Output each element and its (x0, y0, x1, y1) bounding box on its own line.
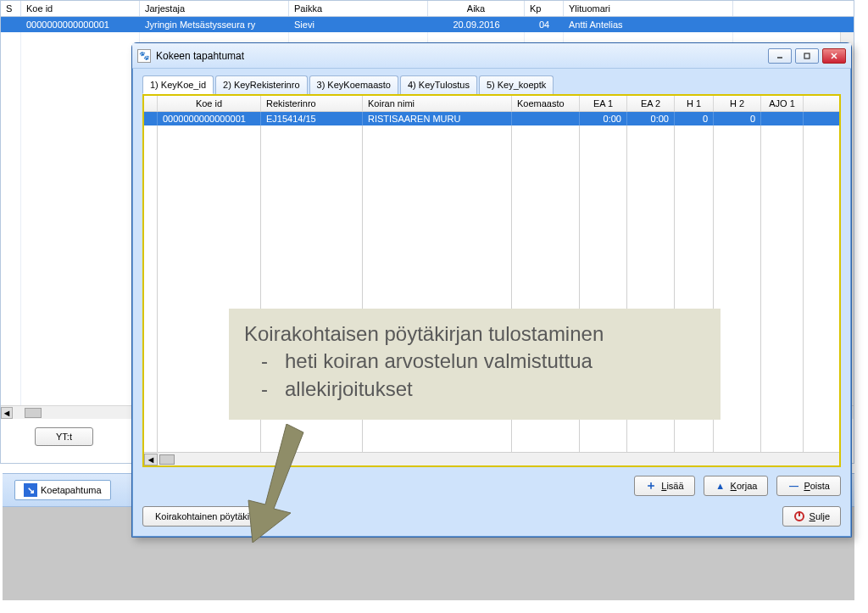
cell-jarjestaja: Jyringin Metsästysseura ry (140, 17, 289, 32)
gcol-rekisterinro[interactable]: Rekisterinro (261, 96, 363, 111)
tab-key-koeptk[interactable]: 5) Key_koeptk (479, 75, 554, 94)
bg-grid-row[interactable]: 0000000000000001 Jyringin Metsästysseura… (1, 17, 854, 32)
titlebar[interactable]: 🐾 Kokeen tapahtumat (132, 43, 851, 69)
sulje-label: Sulje (810, 511, 830, 521)
taskbar-item[interactable]: ↘ Koetapahtuma (14, 480, 111, 500)
maximize-button[interactable] (795, 48, 819, 64)
gcol-h1[interactable]: H 1 (675, 96, 714, 111)
gcell-koe-id: 0000000000000001 (158, 112, 261, 125)
taskbar-label: Koetapahtuma (41, 485, 102, 495)
sulje-button[interactable]: Sulje (782, 506, 841, 527)
scroll-thumb[interactable] (159, 454, 175, 465)
scroll-left-icon[interactable]: ◄ (144, 454, 158, 465)
gcell-h1: 0 (675, 112, 714, 125)
grid-selector-col[interactable] (144, 96, 158, 111)
gcell-rekisterinro: EJ15414/15 (261, 112, 363, 125)
poista-label: Poista (804, 481, 830, 491)
svg-marker-6 (248, 424, 303, 543)
cell-ylituomari: Antti Antelias (564, 17, 733, 32)
cell-aika: 20.09.2016 (428, 17, 525, 32)
gcell-koemaasto (512, 112, 580, 125)
tab-keykoemaasto[interactable]: 3) KeyKoemaasto (309, 75, 398, 94)
yt-button[interactable]: YT:t (35, 427, 93, 446)
poista-button[interactable]: — Poista (776, 476, 841, 496)
gcol-ajo1[interactable]: AJO 1 (761, 96, 804, 111)
gcol-koemaasto[interactable]: Koemaasto (512, 96, 580, 111)
tab-keyrekisterinro[interactable]: 2) KeyRekisterinro (215, 75, 307, 94)
cell-paikka: Sievi (289, 17, 428, 32)
tab-keykoe-id[interactable]: 1) KeyKoe_id (142, 75, 214, 94)
annotation-bullet-1: - heti koiran arvostelun valmistuttua (261, 348, 705, 375)
col-s[interactable]: S (1, 1, 21, 16)
annotation-arrow-icon (236, 424, 320, 543)
col-paikka[interactable]: Paikka (289, 1, 428, 16)
power-icon (793, 510, 805, 522)
col-jarjestaja[interactable]: Jarjestaja (140, 1, 289, 16)
gcell-ea1: 0:00 (580, 112, 627, 125)
col-aika[interactable]: Aika (428, 1, 525, 16)
gcol-h2[interactable]: H 2 (714, 96, 761, 111)
cell-koe-id: 0000000000000001 (21, 17, 140, 32)
app-icon: 🐾 (137, 49, 151, 63)
plus-icon: ＋ (645, 480, 657, 492)
tab-bar: 1) KeyKoe_id 2) KeyRekisterinro 3) KeyKo… (142, 75, 841, 94)
bg-grid-header: S Koe id Jarjestaja Paikka Aika Kp Ylitu… (1, 1, 854, 17)
grid-data-row[interactable]: 0000000000000001 EJ15414/15 RISTISAAREN … (144, 112, 839, 125)
tab-keytulostus[interactable]: 4) KeyTulostus (400, 75, 477, 94)
scroll-left-arrow-icon[interactable]: ◄ (1, 407, 13, 419)
svg-rect-1 (804, 53, 810, 59)
minimize-button[interactable] (768, 48, 792, 64)
annotation-box: Koirakohtaisen pöytäkirjan tulostaminen … (229, 309, 721, 420)
gcell-h2: 0 (714, 112, 761, 125)
korjaa-button[interactable]: ▲ Korjaa (704, 476, 769, 496)
close-button[interactable] (822, 48, 846, 64)
minus-icon: — (787, 480, 799, 492)
scroll-thumb[interactable] (25, 408, 42, 418)
col-koe-id[interactable]: Koe id (21, 1, 140, 16)
grid-header: Koe id Rekisterinro Koiran nimi Koemaast… (144, 96, 839, 112)
korjaa-label: Korjaa (731, 481, 758, 491)
col-kp[interactable]: Kp (525, 1, 564, 16)
gcol-koe-id[interactable]: Koe id (158, 96, 261, 111)
annotation-bullet-2: - allekirjoitukset (261, 376, 705, 403)
gcol-koiran-nimi[interactable]: Koiran nimi (363, 96, 512, 111)
annotation-title: Koirakohtaisen pöytäkirjan tulostaminen (244, 320, 705, 348)
gcol-ea2[interactable]: EA 2 (627, 96, 675, 111)
gcol-ea1[interactable]: EA 1 (580, 96, 627, 111)
lisaa-label: LLisääisää (661, 481, 683, 491)
triangle-icon: ▲ (715, 480, 726, 492)
cell-kp: 04 (525, 17, 564, 32)
gcell-koiran-nimi: RISTISAAREN MURU (363, 112, 512, 125)
lisaa-button[interactable]: ＋ LLisääisää (634, 476, 694, 496)
gcell-ea2: 0:00 (627, 112, 675, 125)
col-ylituomari[interactable]: Ylituomari (564, 1, 733, 16)
dialog-title: Kokeen tapahtumat (156, 50, 768, 62)
taskbar-app-icon: ↘ (24, 483, 37, 497)
